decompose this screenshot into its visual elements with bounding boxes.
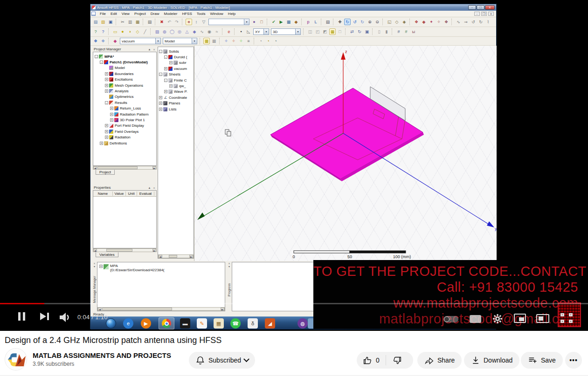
tree-item-vacuum[interactable]: +vacuum [159, 66, 194, 71]
tree-expander[interactable]: + [105, 130, 108, 133]
tree-item-radiation-pattern[interactable]: +Radiation Pattern [95, 111, 156, 117]
more-actions-button[interactable]: ••• [565, 352, 582, 369]
coord-z-icon[interactable]: ✧ [238, 38, 244, 44]
tree-expander[interactable]: + [105, 136, 108, 139]
menu-window[interactable]: Window [208, 12, 225, 16]
measure2-icon[interactable]: # [403, 28, 409, 35]
tree-item-lists[interactable]: +Lists [159, 106, 194, 112]
tree-expander[interactable]: + [105, 72, 108, 75]
validate-icon[interactable]: ✔ [270, 19, 277, 25]
subtitles-button[interactable] [470, 315, 481, 323]
video-player[interactable]: Ansoft HFSS - MPA - Patch1 - 3D Modeler … [0, 0, 588, 331]
properties-hscrollbar[interactable]: ◀▶ [93, 248, 157, 252]
tree-item-mesh-operations[interactable]: +Mesh Operations [95, 82, 156, 88]
menu-edit[interactable]: Edit [108, 12, 119, 16]
editor-icon[interactable]: ✎ [197, 318, 207, 329]
fit-all-icon[interactable]: ◇ [394, 19, 400, 25]
notes-icon[interactable]: ▦ [214, 318, 224, 329]
units-icon[interactable]: □ [258, 19, 265, 25]
miniplayer-button[interactable] [514, 314, 526, 323]
menu-file[interactable]: File [97, 12, 108, 16]
window-minimize-button[interactable]: - [468, 5, 476, 10]
draw-box-icon[interactable]: ▨ [154, 28, 160, 35]
tree-expander[interactable]: + [169, 61, 173, 64]
curve5-icon[interactable]: ⌇ [485, 19, 491, 25]
open-icon[interactable]: ▧ [100, 19, 106, 25]
model-tree-hscrollbar[interactable]: ◀▶ [158, 254, 194, 258]
tree-item-field-overlays[interactable]: +Field Overlays [95, 129, 156, 134]
tree-expander[interactable]: - [100, 61, 103, 64]
panel-controls[interactable]: ▲ x [148, 186, 156, 189]
draw-rect-icon[interactable]: ▭ [112, 28, 118, 35]
tree-expander[interactable]: + [105, 89, 108, 93]
measure1-icon[interactable]: # [395, 28, 402, 35]
draw-cylinder-icon[interactable]: ◍ [161, 28, 168, 35]
analyze-all-icon[interactable]: ▶ [278, 19, 284, 25]
tree-expander[interactable]: + [159, 96, 162, 99]
help-pointer-icon[interactable]: ? [92, 28, 99, 35]
solve-sweep-icon[interactable]: ❖ [100, 38, 106, 44]
keyboard-icon[interactable]: ▬ [180, 318, 190, 329]
rotate-screen-icon[interactable]: ↻ [359, 19, 366, 25]
rotate-z-icon[interactable]: ↺ [352, 19, 358, 25]
tree-expander[interactable]: + [105, 124, 108, 127]
new-icon[interactable]: ▤ [92, 19, 99, 25]
chrome-icon[interactable] [161, 318, 172, 329]
boolean-intersect-icon[interactable]: ◩ [322, 28, 328, 35]
coord-x-icon[interactable]: ✧ [223, 38, 229, 44]
tree-item-patch1[interactable]: -Patch1 (DrivenModal) [95, 59, 156, 65]
zoom-in-icon[interactable]: ⊕ [367, 19, 373, 25]
redo-icon[interactable]: ↷ [173, 19, 180, 25]
select-mode-icon[interactable]: ▽ [201, 19, 207, 25]
tree-item-port-field-display[interactable]: +Port Field Display [95, 123, 156, 129]
menu-project[interactable]: Project [132, 12, 148, 16]
zoom-out-icon[interactable]: ⊖ [374, 19, 380, 25]
save-icon[interactable]: ▣ [107, 19, 114, 25]
draw-polyhedron-icon[interactable]: ◆ [191, 28, 198, 35]
project-tree-hscrollbar[interactable]: ◀▶ [93, 166, 157, 170]
menu-hfss[interactable]: HFSS [180, 12, 194, 16]
boolean-unite-icon[interactable]: ◫ [307, 28, 313, 35]
tree-expander[interactable]: - [159, 50, 162, 53]
paste-icon[interactable]: ▦ [134, 19, 141, 25]
plot-icon[interactable]: p [305, 19, 311, 25]
radiation-plot2-icon[interactable]: ◆ [421, 19, 427, 25]
combo-empty[interactable]: ▾ [208, 19, 249, 25]
volume-button[interactable] [59, 312, 71, 322]
combo-vacuum[interactable]: vacuum▾ [120, 38, 161, 44]
tree-item-optimetrics[interactable]: Optimetrics [95, 94, 156, 100]
draw-poly-icon[interactable]: ◇ [134, 28, 141, 35]
print-icon[interactable]: ▤ [146, 19, 153, 25]
rotate-orbit-icon[interactable]: ↻ [344, 19, 351, 25]
tree-expander[interactable]: - [159, 73, 162, 76]
tree-item-coordinate[interactable]: +∠Coordinate [159, 95, 194, 100]
3d-viewport[interactable]: z y 0 50 [194, 46, 497, 261]
tab-variables[interactable]: Variables [96, 252, 118, 257]
next-button[interactable] [40, 313, 46, 320]
draw-sweep-icon[interactable]: ≈ [214, 28, 220, 35]
combo-3d[interactable]: 3D▾ [271, 28, 301, 35]
tree-expander[interactable]: + [169, 84, 173, 88]
align2-icon[interactable]: ▮ [383, 28, 390, 35]
tree-expander[interactable]: + [164, 67, 167, 70]
tab-project[interactable]: Project [96, 170, 115, 175]
radiation-plot5-icon[interactable]: ❖ [443, 19, 450, 25]
snap-icon[interactable]: ● [251, 19, 257, 25]
draw-cone-icon[interactable]: △ [184, 28, 190, 35]
channel-avatar[interactable] [5, 348, 27, 370]
dislike-button[interactable] [386, 356, 408, 365]
tree-item-qw[interactable]: +qw_ [159, 83, 194, 89]
progress-bar[interactable] [0, 303, 588, 304]
select-object-icon[interactable]: ■ [186, 19, 192, 25]
whatsapp-icon[interactable]: ☎ [230, 318, 241, 329]
tree-item-radiation[interactable]: +Radiation [95, 134, 156, 140]
pan-icon[interactable]: ✚ [337, 19, 343, 25]
tree-item-analysis[interactable]: +Analysis [95, 88, 156, 94]
help-icon[interactable]: ? [100, 28, 106, 35]
results-icon[interactable]: ◆ [293, 19, 299, 25]
tree-expander[interactable]: + [110, 118, 113, 122]
curve4-icon[interactable]: ↻ [477, 19, 484, 25]
menu-view[interactable]: View [119, 12, 132, 16]
tree-item-subr[interactable]: +subr [159, 60, 194, 66]
message-hscrollbar[interactable]: ◀▶ [97, 307, 225, 311]
